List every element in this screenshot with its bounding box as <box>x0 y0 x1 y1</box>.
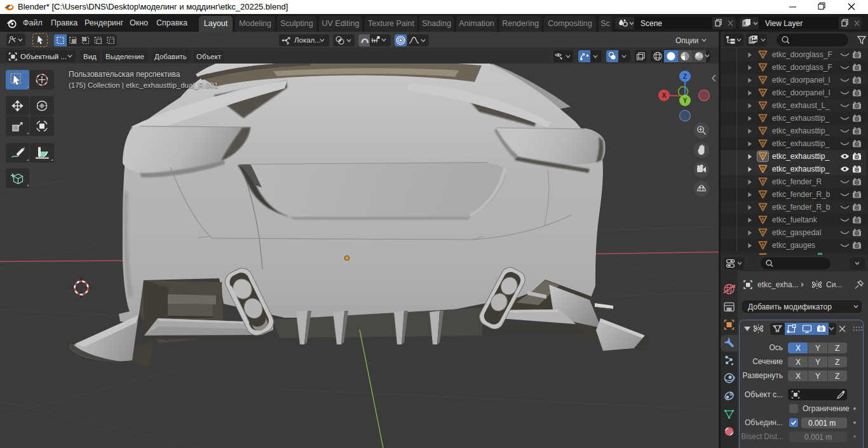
svg-text:X: X <box>662 92 667 99</box>
svg-text:Z: Z <box>683 73 687 80</box>
svg-text:Y: Y <box>683 97 688 104</box>
